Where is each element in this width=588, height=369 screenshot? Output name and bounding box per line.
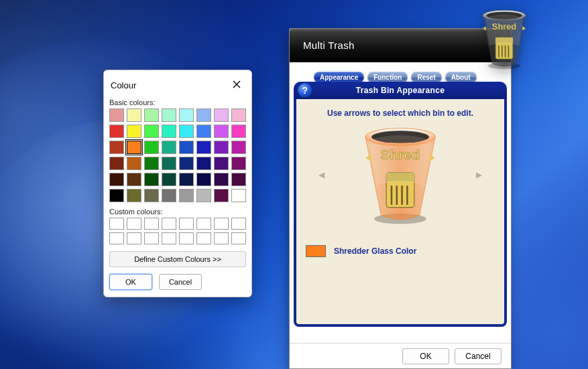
custom-colours-grid <box>104 218 251 251</box>
mt-ok-button[interactable]: OK <box>402 348 449 364</box>
basic-colour-swatch[interactable] <box>162 125 176 138</box>
basic-colour-swatch[interactable] <box>179 157 194 170</box>
basic-colour-swatch[interactable] <box>196 141 211 154</box>
basic-colour-swatch[interactable] <box>127 157 141 170</box>
custom-colours-label: Custom colours: <box>104 208 251 218</box>
basic-colour-swatch[interactable] <box>214 189 229 202</box>
basic-colour-swatch[interactable] <box>179 189 194 202</box>
basic-colour-swatch[interactable] <box>196 189 211 202</box>
basic-colour-swatch[interactable] <box>109 108 124 122</box>
basic-colour-swatch[interactable] <box>214 157 229 170</box>
custom-colour-swatch[interactable] <box>179 218 194 230</box>
custom-colour-swatch[interactable] <box>162 232 176 244</box>
basic-colour-swatch[interactable] <box>144 189 159 202</box>
glass-color-label: Shredder Glass Color <box>334 246 416 256</box>
define-custom-button[interactable]: Define Custom Colours >> <box>109 251 246 267</box>
basic-colour-swatch[interactable] <box>144 173 159 186</box>
basic-colour-swatch[interactable] <box>196 173 211 186</box>
tab-bar: AppearanceFunctionResetAbout <box>290 62 511 83</box>
colour-dialog: Colour Basic colours: Custom colours: De… <box>103 70 252 297</box>
basic-colour-swatch[interactable] <box>127 108 141 122</box>
custom-colour-swatch[interactable] <box>109 232 124 244</box>
custom-colour-swatch[interactable] <box>214 232 229 244</box>
basic-colour-swatch[interactable] <box>144 108 159 122</box>
desktop-background: Shred Multi Trash AppearanceFunctionRese… <box>0 0 588 369</box>
multi-trash-window: Multi Trash AppearanceFunctionResetAbout… <box>289 28 512 369</box>
custom-colour-swatch[interactable] <box>231 232 246 244</box>
svg-point-1 <box>483 10 526 21</box>
colour-ok-button[interactable]: OK <box>109 274 152 290</box>
multi-trash-title: Multi Trash <box>303 40 355 51</box>
svg-point-2 <box>487 12 522 19</box>
custom-colour-swatch[interactable] <box>127 218 141 230</box>
basic-colour-swatch[interactable] <box>144 157 159 170</box>
basic-colour-swatch[interactable] <box>179 173 194 186</box>
bin-preview-row: ◀ Shred ▶ <box>303 125 497 225</box>
basic-colour-swatch[interactable] <box>127 189 141 202</box>
multi-trash-titlebar[interactable]: Multi Trash <box>290 29 511 62</box>
custom-colour-swatch[interactable] <box>214 218 229 230</box>
basic-colour-swatch[interactable] <box>127 125 141 138</box>
basic-colour-swatch[interactable] <box>127 173 141 186</box>
colour-titlebar[interactable]: Colour <box>104 70 251 98</box>
panel-title: Trash Bin Appearance <box>356 86 445 95</box>
basic-colour-swatch[interactable] <box>162 173 176 186</box>
glass-color-swatch[interactable] <box>306 245 326 257</box>
panel-hint: Use arrows to select which bin to edit. <box>303 108 497 118</box>
custom-colour-swatch[interactable] <box>162 218 176 230</box>
basic-colour-swatch[interactable] <box>214 125 229 138</box>
basic-colour-swatch[interactable] <box>144 125 159 138</box>
basic-colour-swatch[interactable] <box>179 141 194 154</box>
colour-cancel-button[interactable]: Cancel <box>159 274 202 290</box>
help-button[interactable]: ? <box>298 83 312 98</box>
basic-colour-swatch[interactable] <box>214 108 229 122</box>
basic-colour-swatch[interactable] <box>231 141 246 154</box>
basic-colour-swatch[interactable] <box>231 173 246 186</box>
basic-colour-swatch[interactable] <box>214 173 229 186</box>
close-icon[interactable] <box>229 77 245 93</box>
glass-color-option: Shredder Glass Color <box>303 245 497 257</box>
basic-colour-swatch[interactable] <box>109 173 124 186</box>
basic-colour-swatch[interactable] <box>196 108 211 122</box>
basic-colours-label: Basic colours: <box>104 98 251 108</box>
custom-colour-swatch[interactable] <box>144 218 159 230</box>
custom-colour-swatch[interactable] <box>109 218 124 230</box>
basic-colour-swatch[interactable] <box>231 108 246 122</box>
basic-colour-swatch[interactable] <box>109 189 124 202</box>
basic-colour-swatch[interactable] <box>109 157 124 170</box>
basic-colour-swatch[interactable] <box>231 125 246 138</box>
basic-colour-swatch[interactable] <box>162 189 176 202</box>
bin-preview-icon: Shred <box>357 125 444 225</box>
next-bin-arrow[interactable]: ▶ <box>471 165 487 185</box>
basic-colour-swatch[interactable] <box>179 125 194 138</box>
custom-colour-swatch[interactable] <box>231 218 246 230</box>
appearance-panel: ? Trash Bin Appearance Use arrows to sel… <box>294 82 507 327</box>
custom-colour-swatch[interactable] <box>179 232 194 244</box>
basic-colour-swatch[interactable] <box>109 141 124 154</box>
custom-colour-swatch[interactable] <box>196 232 211 244</box>
basic-colour-swatch[interactable] <box>127 141 141 154</box>
basic-colour-swatch[interactable] <box>196 157 211 170</box>
basic-colour-swatch[interactable] <box>231 189 246 202</box>
panel-header: ? Trash Bin Appearance <box>294 82 507 99</box>
custom-colour-swatch[interactable] <box>144 232 159 244</box>
panel-body: Use arrows to select which bin to edit. … <box>294 99 507 327</box>
basic-colour-swatch[interactable] <box>196 125 211 138</box>
custom-colour-swatch[interactable] <box>196 218 211 230</box>
prev-bin-arrow[interactable]: ◀ <box>313 165 330 185</box>
basic-colours-grid <box>104 108 251 208</box>
basic-colour-swatch[interactable] <box>144 141 159 154</box>
custom-colour-swatch[interactable] <box>127 232 141 244</box>
basic-colour-swatch[interactable] <box>179 108 194 122</box>
basic-colour-swatch[interactable] <box>214 141 229 154</box>
colour-title: Colour <box>111 80 136 90</box>
multi-trash-footer: OK Cancel <box>290 343 511 368</box>
basic-colour-swatch[interactable] <box>231 157 246 170</box>
basic-colour-swatch[interactable] <box>162 141 176 154</box>
basic-colour-swatch[interactable] <box>162 157 176 170</box>
mt-cancel-button[interactable]: Cancel <box>455 348 502 364</box>
basic-colour-swatch[interactable] <box>109 125 124 138</box>
basic-colour-swatch[interactable] <box>162 108 176 122</box>
